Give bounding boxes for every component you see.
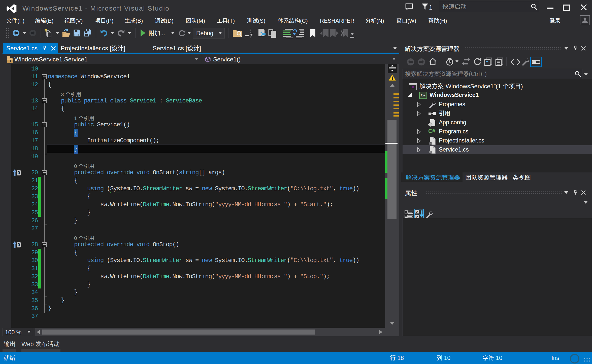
svg-text:A: A <box>416 210 419 214</box>
